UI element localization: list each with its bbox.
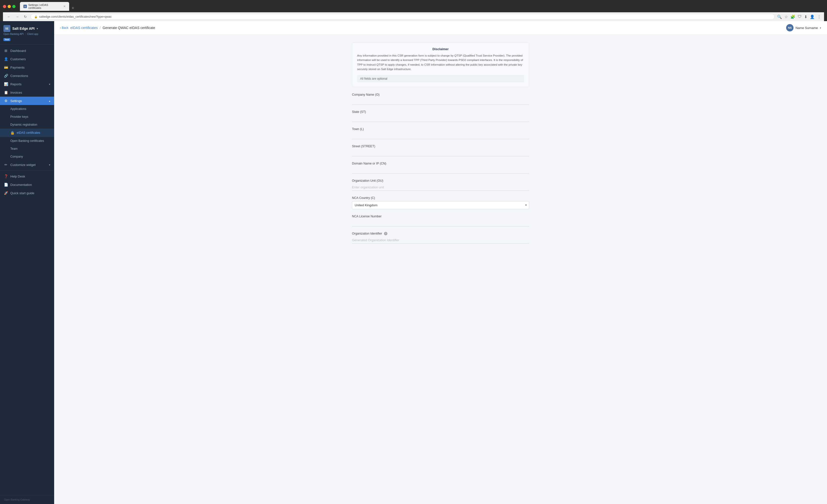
url-display: saltedge.com/clients/eidas_certificates/…	[39, 15, 112, 18]
sidebar-footer: Open Banking Gateway	[0, 495, 54, 504]
field-town: Town (L)	[352, 127, 529, 139]
sidebar-nav: ⊞ Dashboard 👤 Customers 💳 Payments 🔗 Con…	[0, 45, 54, 495]
shield-icon[interactable]: 🛡	[798, 14, 801, 19]
download-icon[interactable]: ⬇	[804, 14, 807, 19]
profile-icon[interactable]: 👤	[810, 14, 815, 19]
user-area: NS Name Surname ▾	[786, 24, 821, 32]
reports-arrow-icon: ▾	[49, 83, 50, 86]
breadcrumb: ‹ Back eIDAS certificates / Generate QWA…	[60, 26, 155, 30]
nca-country-select-wrapper: United Kingdom Germany France Spain Ital…	[352, 201, 529, 209]
user-dropdown-icon[interactable]: ▾	[820, 26, 821, 29]
sidebar-item-label: Payments	[10, 66, 25, 69]
docs-icon: 📄	[4, 183, 8, 186]
sidebar-item-invoices[interactable]: 📋 Invoices	[0, 88, 54, 97]
sidebar-item-dashboard[interactable]: ⊞ Dashboard	[0, 47, 54, 55]
street-label: Street (STREET)	[352, 145, 529, 148]
sidebar-item-customers[interactable]: 👤 Customers	[0, 55, 54, 63]
tab-close-button[interactable]: ✕	[63, 5, 66, 8]
minimize-button[interactable]	[8, 5, 11, 8]
sidebar-item-reports[interactable]: 📊 Reports ▾	[0, 80, 54, 88]
sidebar-item-connections[interactable]: 🔗 Connections	[0, 71, 54, 80]
sidebar-subtitle: Open Banking API | Client app	[3, 33, 51, 36]
maximize-button[interactable]	[12, 5, 15, 8]
extensions-icon[interactable]: 🧩	[790, 14, 795, 19]
state-input[interactable]	[352, 115, 529, 122]
dashboard-icon: ⊞	[4, 49, 8, 53]
sidebar-item-eidas-certificates[interactable]: 🔒 eIDAS certificates	[0, 128, 54, 137]
api-label: Open Banking API	[3, 33, 23, 36]
brand-dropdown-icon: ▾	[37, 27, 38, 30]
sidebar-item-payments[interactable]: 💳 Payments	[0, 63, 54, 71]
domain-label: Domain Name or IP (CN)	[352, 162, 529, 165]
field-org-identifier: Organization Identifier ?	[352, 232, 529, 244]
domain-input[interactable]	[352, 167, 529, 174]
sidebar-item-label: Invoices	[10, 91, 22, 95]
sidebar-item-documentation[interactable]: 📄 Documentation	[0, 180, 54, 189]
sidebar: SE Salt Edge API ▾ Open Banking API | Cl…	[0, 21, 54, 504]
reload-button[interactable]: ↻	[22, 14, 28, 19]
browser-toolbar-icons: 🔍 ☆ 🧩 🛡 ⬇ 👤 ⋮	[777, 14, 821, 19]
new-tab-button[interactable]: +	[70, 6, 76, 11]
back-arrow-icon: ‹	[60, 26, 61, 30]
disclaimer-box: Disclaimer Any information provided in t…	[352, 43, 529, 87]
back-button[interactable]: ‹ Back	[60, 26, 68, 30]
forward-nav-button[interactable]: →	[14, 14, 20, 19]
company-name-label: Company Name (O)	[352, 93, 529, 96]
org-identifier-help-icon[interactable]: ?	[384, 232, 387, 235]
sidebar-item-settings[interactable]: ⚙ Settings ▴	[0, 97, 54, 105]
brand[interactable]: SE Salt Edge API ▾	[3, 25, 51, 32]
active-tab[interactable]: S Settings | eIDAS certificates ✕	[20, 2, 69, 11]
breadcrumb-link[interactable]: eIDAS certificates	[70, 26, 98, 30]
nca-license-input[interactable]	[352, 220, 529, 226]
settings-arrow-icon: ▴	[49, 100, 50, 102]
sidebar-item-open-banking-certificates[interactable]: Open Banking certificates	[0, 137, 54, 145]
reports-icon: 📊	[4, 82, 8, 86]
avatar: NS	[786, 24, 793, 32]
address-bar[interactable]: 🔒 saltedge.com/clients/eidas_certificate…	[31, 14, 775, 20]
bookmark-icon[interactable]: ☆	[784, 14, 788, 19]
browser-window-controls	[3, 5, 15, 8]
street-input[interactable]	[352, 150, 529, 156]
menu-icon[interactable]: ⋮	[817, 14, 821, 19]
org-identifier-label: Organization Identifier ?	[352, 232, 529, 235]
town-input[interactable]	[352, 132, 529, 139]
sidebar-item-label: Documentation	[10, 183, 32, 186]
company-name-input[interactable]	[352, 98, 529, 105]
sidebar-item-team[interactable]: Team	[0, 145, 54, 153]
sidebar-item-label: Settings	[10, 99, 22, 103]
page-title: Generate QWAC eIDAS certificate	[103, 26, 155, 30]
search-icon[interactable]: 🔍	[777, 14, 782, 19]
field-nca-country: NCA Country (C) United Kingdom Germany F…	[352, 196, 529, 209]
sidebar-item-quick-start[interactable]: 🚀 Quick start guide	[0, 189, 54, 197]
field-street: Street (STREET)	[352, 145, 529, 156]
sidebar-item-company[interactable]: Company	[0, 153, 54, 161]
sidebar-item-provider-keys[interactable]: Provider keys	[0, 113, 54, 121]
sidebar-header: SE Salt Edge API ▾ Open Banking API | Cl…	[0, 21, 54, 45]
sidebar-item-help-desk[interactable]: ❓ Help Desk	[0, 172, 54, 180]
back-nav-button[interactable]: ←	[6, 14, 12, 19]
payments-icon: 💳	[4, 65, 8, 69]
close-button[interactable]	[3, 5, 6, 8]
state-label: State (ST)	[352, 110, 529, 114]
customize-icon: ✏	[4, 163, 8, 167]
sidebar-item-label: Team	[10, 147, 17, 151]
sidebar-item-label: Connections	[10, 74, 28, 78]
field-org-unit: Organization Unit (OU)	[352, 179, 529, 191]
sidebar-item-customize-widget[interactable]: ✏ Customize widget ▾	[0, 161, 54, 169]
sidebar-item-label: eIDAS certificates	[17, 131, 40, 134]
sidebar-item-label: Applications	[10, 107, 26, 111]
eidas-icon: 🔒	[10, 131, 14, 135]
nca-country-select[interactable]: United Kingdom Germany France Spain Ital…	[352, 201, 529, 209]
sidebar-item-label: Reports	[10, 82, 22, 86]
org-identifier-input[interactable]	[352, 237, 529, 244]
sidebar-item-label: Help Desk	[10, 175, 25, 178]
nca-license-label: NCA License Number	[352, 215, 529, 218]
security-icon: 🔒	[34, 15, 38, 18]
sidebar-item-applications[interactable]: Applications	[0, 105, 54, 113]
customers-icon: 👤	[4, 57, 8, 61]
sidebar-item-label: Company	[10, 155, 23, 158]
sidebar-item-label: Dashboard	[10, 49, 26, 53]
sidebar-item-dynamic-registration[interactable]: Dynamic registration	[0, 121, 54, 128]
field-state: State (ST)	[352, 110, 529, 122]
org-unit-input[interactable]	[352, 184, 529, 191]
